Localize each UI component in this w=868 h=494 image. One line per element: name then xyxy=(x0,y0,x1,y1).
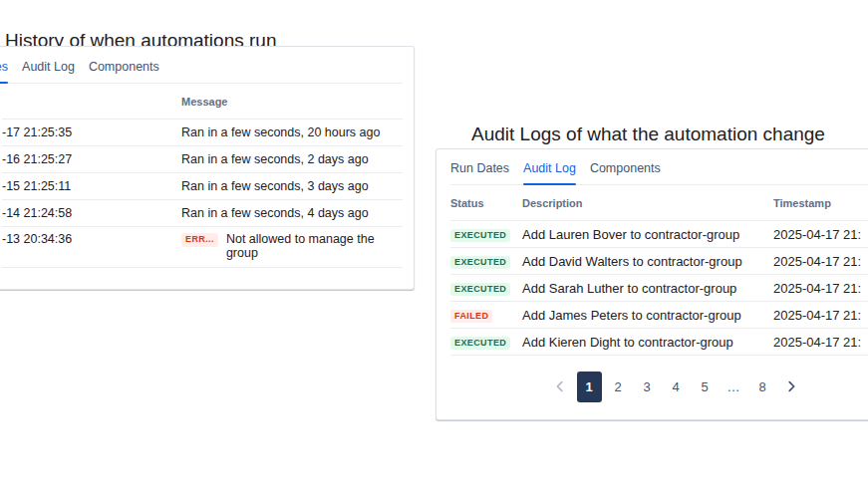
message-cell: Ran in a few seconds, 3 days ago xyxy=(181,179,403,193)
message-cell: ERR... Not allowed to manage the group xyxy=(181,232,403,261)
page-number-list: 12345…8 xyxy=(577,371,775,402)
right-panel-title: Audit Logs of what the automation change xyxy=(471,124,825,145)
error-status-badge: ERR... xyxy=(181,233,218,247)
run-history-table: -17 21:25:35 Ran in a few seconds, 20 ho… xyxy=(2,120,403,268)
status-cell: EXECUTED xyxy=(450,334,522,351)
message-text: Not allowed to manage the group xyxy=(226,232,378,261)
left-tab-bar: Run Dates Audit Log Components xyxy=(0,47,403,84)
audit-log-row: EXECUTED Add Kieren Dight to contractor-… xyxy=(450,329,868,356)
run-time-cell: -16 21:25:27 xyxy=(2,152,181,166)
status-badge: EXECUTED xyxy=(450,256,510,270)
audit-log-row: EXECUTED Add Lauren Bover to contractor-… xyxy=(450,221,868,248)
tab-run-dates[interactable]: Run Dates xyxy=(450,161,509,184)
audit-log-row: EXECUTED Add David Walters to contractor… xyxy=(450,248,868,275)
description-cell: Add David Walters to contractor-group xyxy=(522,254,773,269)
message-column-header: Message xyxy=(181,96,403,108)
message-text: Ran in a few seconds, 20 hours ago xyxy=(181,125,380,139)
timestamp-cell: 2025-04-17 21: xyxy=(773,308,868,323)
right-table-header: Status Description Timestamp xyxy=(450,185,868,221)
page-button-5[interactable]: 5 xyxy=(693,371,718,402)
tab-audit-log[interactable]: Audit Log xyxy=(22,60,75,83)
page-button-2[interactable]: 2 xyxy=(606,371,631,402)
description-cell: Add Lauren Bover to contractor-group xyxy=(522,227,773,242)
pagination-prev-button[interactable] xyxy=(548,371,573,402)
message-text: Ran in a few seconds, 3 days ago xyxy=(181,179,369,193)
run-history-row: -13 20:34:36 ERR... Not allowed to manag… xyxy=(2,227,403,268)
run-time-cell: -13 20:34:36 xyxy=(2,232,181,246)
timestamp-cell: 2025-04-17 21: xyxy=(773,281,868,296)
status-badge: EXECUTED xyxy=(450,337,510,351)
tab-components[interactable]: Components xyxy=(89,60,159,83)
status-badge: EXECUTED xyxy=(450,229,510,243)
status-cell: EXECUTED xyxy=(450,280,522,297)
status-column-header: Status xyxy=(450,197,522,209)
audit-log-card: Run Dates Audit Log Components Status De… xyxy=(435,148,868,420)
run-time-cell: -14 21:24:58 xyxy=(2,206,181,220)
message-cell: Ran in a few seconds, 20 hours ago xyxy=(181,125,403,139)
description-cell: Add Kieren Dight to contractor-group xyxy=(522,335,773,350)
chevron-right-icon xyxy=(784,379,798,393)
status-cell: EXECUTED xyxy=(450,226,522,243)
run-history-row: -14 21:24:58 Ran in a few seconds, 4 day… xyxy=(2,200,403,227)
run-time-cell: -15 21:25:11 xyxy=(2,179,181,193)
right-tab-bar: Run Dates Audit Log Components xyxy=(450,149,868,185)
run-history-row: -15 21:25:11 Ran in a few seconds, 3 day… xyxy=(2,173,403,200)
audit-log-row: EXECUTED Add Sarah Luther to contractor-… xyxy=(450,275,868,302)
run-history-card: Run Dates Audit Log Components Message -… xyxy=(0,46,415,290)
pagination-ellipsis: … xyxy=(722,371,746,402)
page-button-8[interactable]: 8 xyxy=(750,371,775,402)
run-time-cell: -17 21:25:35 xyxy=(2,125,181,139)
tab-run-dates[interactable]: Run Dates xyxy=(0,60,8,83)
timestamp-cell: 2025-04-17 21: xyxy=(773,335,868,350)
run-history-row: -17 21:25:35 Ran in a few seconds, 20 ho… xyxy=(2,120,403,146)
message-text: Ran in a few seconds, 4 days ago xyxy=(181,206,369,220)
audit-log-row: FAILED Add James Peters to contractor-gr… xyxy=(450,302,868,329)
tab-audit-log[interactable]: Audit Log xyxy=(523,161,576,184)
description-column-header: Description xyxy=(522,197,773,209)
audit-log-table: EXECUTED Add Lauren Bover to contractor-… xyxy=(450,221,868,356)
pagination-next-button[interactable] xyxy=(779,371,804,402)
status-cell: FAILED xyxy=(450,307,522,324)
message-cell: Ran in a few seconds, 4 days ago xyxy=(181,206,403,220)
page-button-3[interactable]: 3 xyxy=(635,371,660,402)
timestamp-cell: 2025-04-17 21: xyxy=(773,227,868,242)
page-button-1[interactable]: 1 xyxy=(577,371,602,402)
status-badge: EXECUTED xyxy=(450,283,510,297)
message-cell: Ran in a few seconds, 2 days ago xyxy=(181,152,403,166)
description-cell: Add Sarah Luther to contractor-group xyxy=(522,281,773,296)
status-cell: EXECUTED xyxy=(450,253,522,270)
timestamp-column-header: Timestamp xyxy=(773,197,868,209)
left-table-header: Message xyxy=(2,84,403,120)
description-cell: Add James Peters to contractor-group xyxy=(522,308,773,323)
run-history-row: -16 21:25:27 Ran in a few seconds, 2 day… xyxy=(2,146,403,173)
status-badge: FAILED xyxy=(450,310,492,324)
pagination: 12345…8 xyxy=(436,354,868,419)
message-text: Ran in a few seconds, 2 days ago xyxy=(181,152,369,166)
timestamp-cell: 2025-04-17 21: xyxy=(773,254,868,269)
page-button-4[interactable]: 4 xyxy=(664,371,689,402)
tab-components[interactable]: Components xyxy=(590,161,661,184)
chevron-left-icon xyxy=(553,379,567,393)
